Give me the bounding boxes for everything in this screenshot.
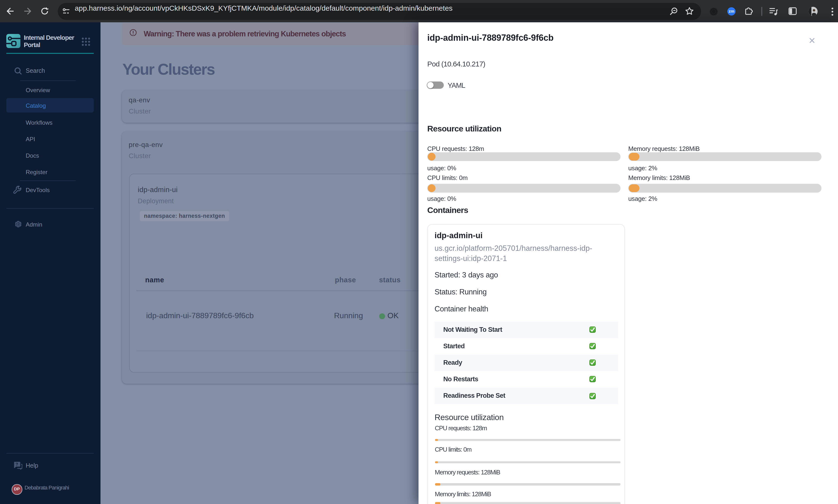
svg-text:?: ?: [16, 462, 18, 467]
